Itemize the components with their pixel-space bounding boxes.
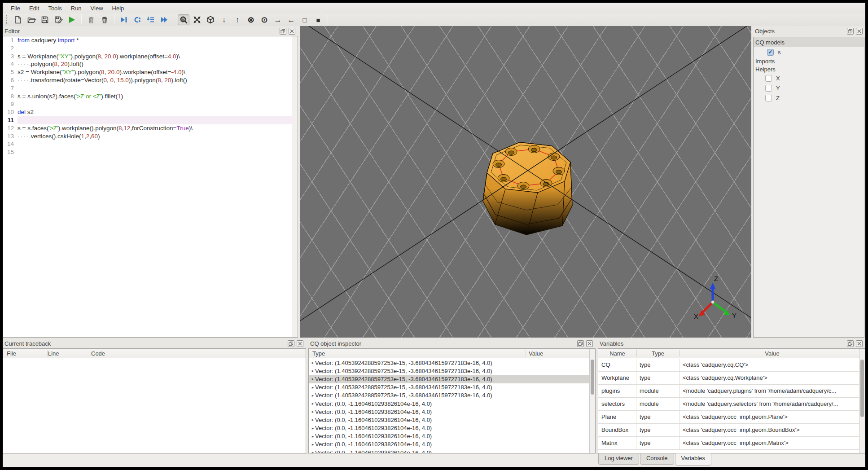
menu-view[interactable]: View (86, 4, 108, 13)
tree-item-helpers[interactable]: Helpers (754, 65, 864, 73)
right-view-button[interactable]: ← (285, 14, 297, 25)
variable-row[interactable]: BoundBoxtype<class 'cadquery.occ_impl.ge… (598, 424, 859, 437)
inspector-row[interactable]: ▸Vector: (1.4053924288597253e-15, -3.680… (309, 375, 589, 383)
save-button[interactable] (39, 14, 51, 25)
step-into-button[interactable] (145, 14, 157, 25)
variable-row[interactable]: selectorsmodule<module 'cadquery.selecto… (598, 398, 859, 411)
objects-tree[interactable]: CQ models✓sImportsHelpersXYZ (753, 37, 864, 338)
expander-icon[interactable]: ▸ (309, 385, 315, 390)
back-view-button[interactable]: ⊙ (259, 14, 270, 25)
editor-line[interactable]: 6····.transformed(rotate=Vector(0, 0, 15… (3, 76, 298, 84)
inspector-scrollbar[interactable] (589, 349, 595, 453)
step-button[interactable] (132, 14, 143, 25)
menu-file[interactable]: File (6, 4, 25, 13)
code-editor[interactable]: 1from cadquery import *23s = Workplane("… (3, 36, 298, 338)
inspector-row[interactable]: ▸Vector: (1.4053924288597253e-15, -3.680… (309, 383, 589, 391)
tree-item-cq-models[interactable]: CQ models (754, 37, 864, 47)
shaded-button[interactable]: ■ (312, 14, 324, 25)
editor-scrollbar[interactable] (292, 36, 298, 337)
tab-log-viewer[interactable]: Log viewer (598, 453, 639, 465)
fit-view-button[interactable] (191, 14, 203, 25)
expander-icon[interactable]: ▸ (309, 393, 315, 398)
close-panel-button[interactable] (856, 340, 863, 347)
inspector-row[interactable]: ▸Vector: (0.0, -1.1604610293826104e-16, … (309, 400, 589, 408)
variable-row[interactable]: Planetype<class 'cadquery.occ_impl.geom.… (598, 411, 859, 424)
editor-line[interactable]: 2 (3, 44, 298, 53)
bottom-view-button[interactable]: ↑ (232, 14, 243, 25)
tree-item-y[interactable]: Y (754, 83, 864, 93)
editor-line[interactable]: 13····.vertices().cskHole(1,2,60) (3, 132, 298, 141)
expander-icon[interactable]: ▸ (309, 401, 315, 406)
tree-item-x[interactable]: X (754, 73, 864, 83)
variable-row[interactable]: Workplanetype<class 'cadquery.cq.Workpla… (598, 372, 859, 385)
variable-row[interactable]: CQtype<class 'cadquery.cq.CQ'> (598, 359, 859, 372)
editor-line[interactable]: 9 (3, 100, 298, 108)
expander-icon[interactable]: ▸ (309, 434, 315, 439)
variables-scrollbar[interactable] (859, 349, 865, 453)
inspector-row[interactable]: ▸Vector: (1.4053924288597253e-15, -3.680… (309, 391, 589, 400)
expander-icon[interactable]: ▸ (309, 377, 315, 381)
inspector-row[interactable]: ▸Vector: (0.0, -1.1604610293826104e-16, … (309, 432, 589, 440)
3d-viewport[interactable]: X Y Z (300, 26, 751, 338)
clear-button[interactable] (85, 14, 97, 25)
editor-line[interactable]: 14 (3, 140, 298, 148)
editor-line[interactable]: 12s = s.faces('>Z').workplane().polygon(… (3, 124, 298, 132)
editor-line[interactable]: 10del s2 (3, 108, 298, 116)
inspector-row[interactable]: ▸Vector: (1.4053924288597253e-15, -3.680… (309, 367, 589, 375)
inspector-row[interactable]: ▸Vector: (0.0, -1.1604610293826104e-16, … (309, 424, 589, 432)
inspector-row[interactable]: ▸Vector: (1.4053924288597253e-15, -3.680… (309, 359, 589, 367)
new-file-button[interactable] (12, 14, 24, 25)
open-file-button[interactable] (26, 14, 37, 25)
toolbar-drag-handle[interactable] (6, 15, 9, 24)
checkbox[interactable]: ✓ (767, 49, 774, 56)
expander-icon[interactable]: ▸ (309, 360, 315, 365)
editor-line[interactable]: 1from cadquery import * (3, 36, 298, 44)
render-button[interactable] (66, 14, 78, 25)
checkbox[interactable] (765, 75, 772, 82)
close-panel-button[interactable] (586, 340, 593, 347)
tab-console[interactable]: Console (640, 453, 674, 465)
save-as-button[interactable] (53, 14, 64, 25)
tree-item-s[interactable]: ✓s (754, 47, 864, 57)
variable-row[interactable]: pluginsmodule<module 'cadquery.plugins' … (598, 385, 859, 398)
left-view-button[interactable]: → (272, 14, 284, 25)
continue-button[interactable] (158, 14, 170, 25)
tab-variables[interactable]: Variables (675, 453, 711, 466)
delete-button[interactable] (99, 14, 110, 25)
close-panel-button[interactable] (856, 28, 863, 35)
editor-line[interactable]: 3s = Workplane("XY").polygon(8, 20.0).wo… (3, 53, 298, 61)
checkbox[interactable] (765, 95, 772, 101)
cad-model[interactable] (483, 142, 572, 235)
inspect-toggle-button[interactable] (178, 14, 189, 25)
iso-view-button[interactable] (205, 14, 216, 25)
menu-edit[interactable]: Edit (25, 4, 44, 13)
inspector-row[interactable]: ▸Vector: (0.0, -1.1604610293826104e-16, … (309, 440, 589, 448)
tree-item-imports[interactable]: Imports (754, 57, 864, 65)
tree-item-z[interactable]: Z (754, 93, 864, 103)
float-panel-button[interactable] (288, 340, 294, 347)
float-panel-button[interactable] (847, 340, 854, 347)
menu-run[interactable]: Run (66, 4, 86, 13)
editor-line[interactable]: 5s2 = Workplane("XY").polygon(8, 20.0).w… (3, 68, 298, 76)
expander-icon[interactable]: ▸ (309, 417, 315, 422)
float-panel-button[interactable] (577, 340, 584, 347)
close-panel-button[interactable] (289, 28, 295, 35)
wireframe-button[interactable]: □ (299, 14, 311, 25)
checkbox[interactable] (765, 85, 772, 92)
expander-icon[interactable]: ▸ (309, 426, 315, 430)
debug-button[interactable] (118, 14, 130, 25)
editor-line[interactable]: 4····.polygon(8, 20).loft() (3, 60, 298, 68)
inspector-row[interactable]: ▸Vector: (0.0, -1.1604610293826104e-16, … (309, 448, 589, 453)
expander-icon[interactable]: ▸ (309, 442, 315, 447)
float-panel-button[interactable] (847, 28, 854, 35)
close-panel-button[interactable] (297, 340, 303, 347)
expander-icon[interactable]: ▸ (309, 369, 315, 373)
inspector-row[interactable]: ▸Vector: (0.0, -1.1604610293826104e-16, … (309, 416, 589, 424)
front-view-button[interactable]: ⊗ (245, 14, 257, 25)
editor-line[interactable]: 11 (3, 116, 298, 124)
variable-row[interactable]: Matrixtype<class 'cadquery.occ_impl.geom… (598, 437, 859, 450)
editor-line[interactable]: 8s = s.union(s2).faces('>Z or <Z').fille… (3, 92, 298, 101)
editor-line[interactable]: 7 (3, 84, 298, 92)
editor-line[interactable]: 15 (3, 148, 298, 156)
top-view-button[interactable]: ↓ (218, 14, 230, 25)
